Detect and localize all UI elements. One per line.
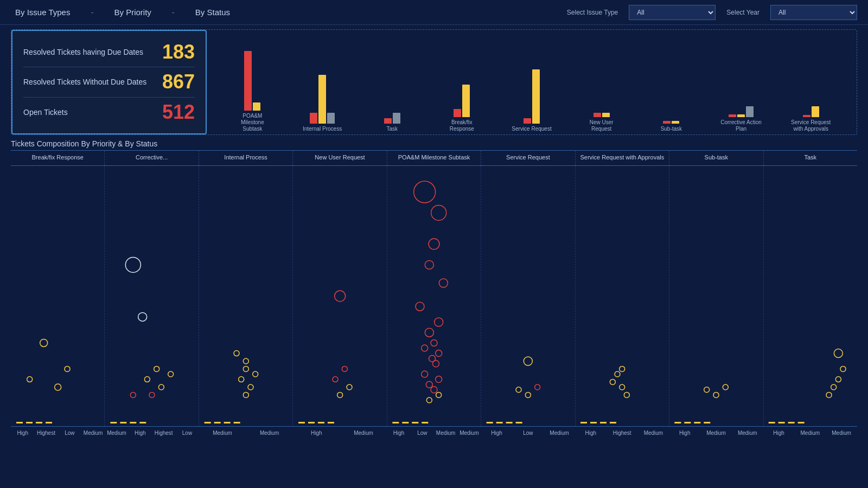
scatter-x-col: HighHighestMedium xyxy=(575,427,669,441)
select-year-label: Select Year xyxy=(726,9,760,16)
scatter-line-marker xyxy=(214,422,221,423)
scatter-col-header: POA&M Milestone Subtask xyxy=(387,151,481,165)
scatter-x-axis: HighHighestLowMediumMediumHighHighestLow… xyxy=(11,426,857,441)
bar-red xyxy=(593,113,601,117)
scatter-x-col: MediumMedium xyxy=(199,427,293,441)
scatter-line-marker xyxy=(580,422,587,423)
resolved-without-due-dates-label: Resolved Tickets Without Due Dates xyxy=(23,78,146,86)
bar-group-bars xyxy=(244,40,260,111)
bar-chart-area: POA&M Milestone SubtaskInternal ProcessT… xyxy=(207,30,857,134)
bar-group-label: Service Request xyxy=(512,126,551,134)
scatter-col-header: Corrective... xyxy=(105,151,199,165)
bar-yellow xyxy=(318,75,326,124)
select-issue-type-label: Select Issue Type xyxy=(567,9,618,16)
scatter-line-marker xyxy=(684,422,691,423)
scatter-dot xyxy=(426,381,432,388)
resolved-without-due-dates-row: Resolved Tickets Without Due Dates 867 xyxy=(23,68,195,95)
resolved-with-due-dates-row: Resolved Tickets having Due Dates 183 xyxy=(23,38,195,66)
scatter-line-marker xyxy=(298,422,305,423)
scatter-dot xyxy=(158,384,164,390)
select-issue-type[interactable]: All xyxy=(629,5,716,20)
scatter-plot-area xyxy=(11,166,857,426)
open-tickets-value: 512 xyxy=(162,101,195,124)
scatter-x-label: Medium xyxy=(199,427,246,441)
scatter-dot xyxy=(431,205,446,220)
scatter-dot xyxy=(615,371,620,377)
scatter-dot xyxy=(243,366,248,371)
divider-2 xyxy=(23,97,195,98)
select-year[interactable]: All xyxy=(770,5,857,20)
scatter-dot xyxy=(525,392,531,397)
bar-gray xyxy=(393,113,400,124)
open-tickets-label: Open Tickets xyxy=(23,108,68,117)
scatter-col-header: Service Request xyxy=(481,151,575,165)
scatter-x-label: Medium xyxy=(638,427,669,441)
scatter-dot xyxy=(154,366,159,371)
scatter-x-label: High xyxy=(11,427,34,441)
bar-yellow xyxy=(462,85,470,117)
scatter-line-marker xyxy=(506,422,513,423)
bar-group-label: Sub-task xyxy=(661,126,682,134)
bar-group: Break/fix Response xyxy=(427,35,497,134)
scatter-line-marker xyxy=(224,422,231,423)
scatter-dot xyxy=(234,351,239,356)
scatter-dot xyxy=(426,397,432,403)
scatter-dot xyxy=(130,392,136,397)
scatter-col-header: New User Request xyxy=(293,151,387,165)
scatter-line-marker xyxy=(205,422,211,423)
scatter-line-marker xyxy=(694,422,700,423)
scatter-dot xyxy=(422,371,428,377)
scatter-dot xyxy=(620,366,625,371)
tab-by-priority[interactable]: By Priority xyxy=(110,5,155,19)
scatter-section: Tickets Composition By Priority & By Sta… xyxy=(11,139,857,470)
bar-group-label: Break/fix Response xyxy=(440,119,483,134)
scatter-x-label: Low xyxy=(411,427,434,441)
scatter-x-label: Low xyxy=(175,427,199,441)
scatter-line-marker xyxy=(516,422,522,423)
bar-yellow xyxy=(602,113,610,117)
scatter-dot xyxy=(431,339,437,346)
tab-by-status[interactable]: By Status xyxy=(191,5,234,19)
bar-yellow xyxy=(532,69,540,124)
scatter-dot xyxy=(333,377,338,382)
scatter-x-col: HighHighestLowMedium xyxy=(11,427,105,441)
scatter-line-marker xyxy=(110,422,117,423)
scatter-line-marker xyxy=(318,422,324,423)
scatter-x-label: Low xyxy=(58,427,81,441)
scatter-x-label: High xyxy=(387,427,410,441)
tab-by-issue-types[interactable]: By Issue Types xyxy=(11,5,74,19)
bar-group-bars xyxy=(524,53,540,124)
scatter-line-marker xyxy=(46,422,52,423)
scatter-x-label: Medium xyxy=(544,427,575,441)
scatter-col-header: Sub-task xyxy=(669,151,763,165)
scatter-line-marker xyxy=(674,422,681,423)
scatter-dot xyxy=(335,291,346,301)
scatter-line-marker xyxy=(798,422,805,423)
bar-group: Service Request xyxy=(497,35,567,134)
header-selects: Select Issue Type All Select Year All xyxy=(567,5,857,20)
scatter-line-marker xyxy=(392,422,399,423)
scatter-dot xyxy=(516,387,521,393)
scatter-dot xyxy=(826,392,832,397)
bar-group-bars xyxy=(310,53,335,124)
scatter-dot xyxy=(425,260,433,269)
scatter-dot xyxy=(723,384,728,390)
scatter-x-label: Highest xyxy=(152,427,175,441)
bar-group-bars xyxy=(593,47,610,117)
scatter-line-marker xyxy=(487,422,493,423)
bar-group-label: Task xyxy=(386,126,398,134)
scatter-line-marker xyxy=(496,422,503,423)
scatter-dot xyxy=(436,376,442,383)
bar-group: Task xyxy=(357,35,427,134)
bar-group-label: Internal Process xyxy=(303,126,342,134)
scatter-x-label: Medium xyxy=(105,427,128,441)
scatter-x-col: HighLowMediumMedium xyxy=(387,427,481,441)
scatter-dot xyxy=(337,392,343,397)
scatter-title: Tickets Composition By Priority & By Sta… xyxy=(11,139,857,148)
resolved-with-due-dates-label: Resolved Tickets having Due Dates xyxy=(23,48,143,56)
scatter-col-header: Service Request with Approvals xyxy=(576,151,669,165)
scatter-x-col: HighMediumMedium xyxy=(669,427,763,441)
scatter-dot xyxy=(243,392,248,397)
bar-group: Corrective Action Plan xyxy=(706,35,776,134)
scatter-line-marker xyxy=(402,422,409,423)
